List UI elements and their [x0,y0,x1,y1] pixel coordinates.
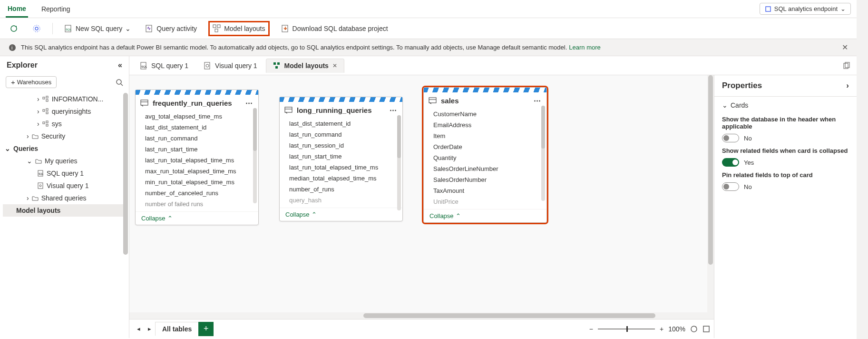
toggle-show-database[interactable]: No [722,134,849,142]
canvas-area: SQL SQL query 1 Visual query 1 Model lay… [129,56,857,338]
tree-item-sql-query-1[interactable]: SQLSQL query 1 [3,167,126,179]
field-item[interactable]: CustomerName [424,109,546,120]
chevron-right-icon: › [27,194,29,202]
endpoint-dropdown[interactable]: SQL analytics endpoint ⌄ [760,3,851,15]
top-tab-bar: Home Reporting SQL analytics endpoint ⌄ [0,0,857,18]
field-item[interactable]: Item [424,130,546,141]
reset-zoom-icon[interactable] [690,325,698,333]
add-layout-button[interactable]: + [198,322,214,336]
tree-item-shared-queries[interactable]: ›Shared queries [3,192,126,204]
field-item[interactable]: min_run_total_elapsed_time_ms [136,177,258,188]
tree-item-sys[interactable]: ›sys [3,118,126,130]
toggle-pill[interactable] [722,134,739,142]
toggle-pill[interactable] [722,182,739,191]
nav-right-icon[interactable]: ▸ [144,325,155,332]
field-item[interactable]: median_total_elapsed_time_ms [280,173,402,184]
field-item[interactable]: query_hash [280,195,402,206]
field-item[interactable]: avg_total_elapsed_time_ms [136,111,258,122]
svg-rect-21 [43,122,45,124]
card-scrollbar[interactable] [541,106,545,201]
field-item[interactable]: last_run_command [136,133,258,144]
card-scrollbar[interactable] [253,108,257,203]
zoom-out-icon[interactable]: − [589,325,593,333]
bottom-tab-all-tables[interactable]: All tables [155,322,199,336]
field-item[interactable]: UnitPrice [424,196,546,207]
toggle-pill[interactable] [722,158,739,167]
cards-section-header[interactable]: ⌄ Cards [722,101,849,111]
card-scrollbar[interactable] [397,115,401,210]
copy-icon[interactable] [842,62,850,70]
field-item[interactable]: last_run_session_id [280,140,402,151]
nav-left-icon[interactable]: ◂ [133,325,144,332]
field-item[interactable]: last_run_total_elapsed_time_ms [136,155,258,166]
collapse-button[interactable]: Collapse⌃ [280,208,402,221]
doc-tab-label: Visual query 1 [215,62,257,70]
query-activity-button[interactable]: Query activity [142,22,200,35]
zoom-in-icon[interactable]: + [660,325,663,333]
vertical-scrollbar[interactable] [707,75,714,312]
tree-item-information[interactable]: ›INFORMATION... [3,93,126,105]
doc-tab-visual-query-1[interactable]: Visual query 1 [197,59,263,72]
field-item[interactable]: number_of_runs [280,184,402,195]
zoom-slider[interactable] [598,329,655,329]
toggle-pin-related[interactable]: No [722,182,849,191]
model-canvas[interactable]: frequently_run_queries ⋯ avg_total_elaps… [129,75,714,338]
field-item[interactable]: number of failed runs [136,199,258,209]
close-icon[interactable]: ✕ [842,43,848,52]
field-item[interactable]: number_of_canceled_runs [136,188,258,199]
card-menu-icon[interactable]: ⋯ [534,96,542,105]
field-item[interactable]: SalesOrderLineNumber [424,163,546,174]
settings-button[interactable] [29,22,44,35]
doc-tab-sql-query-1[interactable]: SQL SQL query 1 [133,59,195,72]
refresh-button[interactable] [7,22,21,35]
explorer-sub: + Warehouses [0,74,129,93]
field-item[interactable]: EmailAddress [424,120,546,130]
close-tab-icon[interactable]: ✕ [332,62,337,69]
expand-properties-icon[interactable]: › [846,81,849,90]
learn-more-link[interactable]: Learn more [569,44,600,51]
warehouses-button[interactable]: + Warehouses [6,76,57,88]
scrollbar-thumb[interactable] [123,93,128,255]
field-item[interactable]: last_run_command [280,129,402,140]
field-item[interactable]: Quantity [424,152,546,163]
tree-item-my-queries[interactable]: ⌄My queries [3,155,126,167]
doc-tab-model-layouts[interactable]: Model layouts ✕ [266,59,344,73]
tree-item-security[interactable]: ›Security [3,130,126,142]
field-item[interactable]: OrderDate [424,141,546,152]
explorer-header: Explorer « [0,56,129,74]
model-layouts-button[interactable]: Model layouts [208,21,269,36]
field-item[interactable]: last_run_start_time [280,151,402,162]
collapse-explorer-icon[interactable]: « [118,61,122,70]
field-item[interactable]: last_dist_statement_id [136,122,258,133]
collapse-button[interactable]: Collapse⌃ [136,211,258,225]
table-card-sales[interactable]: sales ⋯ CustomerName EmailAddress Item O… [423,87,547,223]
table-card-long-running-queries[interactable]: long_running_queries ⋯ last_dist_stateme… [279,97,403,221]
fit-to-screen-icon[interactable] [702,325,710,333]
tab-home[interactable]: Home [6,1,28,18]
tree-label: INFORMATION... [52,95,104,103]
field-item[interactable]: last_run_total_elapsed_time_ms [280,162,402,173]
toggle-show-related[interactable]: Yes [722,158,849,167]
tree-item-queries[interactable]: ⌄Queries [3,142,126,155]
field-item[interactable]: max_run_total_elapsed_time_ms [136,166,258,177]
svg-rect-26 [38,183,43,189]
tree-item-visual-query-1[interactable]: Visual query 1 [3,179,126,192]
new-sql-query-button[interactable]: SQL New SQL query ⌄ [61,22,134,35]
download-project-button[interactable]: Download SQL database project [278,22,391,35]
field-item[interactable]: TaxAmount [424,185,546,196]
tree-item-queryinsights[interactable]: ›queryinsights [3,105,126,118]
search-icon[interactable] [116,79,123,86]
table-card-frequently-run-queries[interactable]: frequently_run_queries ⋯ avg_total_elaps… [135,90,259,225]
card-menu-icon[interactable]: ⋯ [390,106,398,114]
field-item[interactable]: SalesOrderNumber [424,174,546,185]
svg-rect-0 [766,7,770,11]
horizontal-scrollbar[interactable] [129,312,714,319]
field-item[interactable]: last_dist_statement_id [280,118,402,129]
tree-item-model-layouts[interactable]: Model layouts [3,204,126,217]
collapse-button[interactable]: Collapse⌃ [424,209,546,222]
properties-title: Properties [722,81,762,90]
card-menu-icon[interactable]: ⋯ [245,99,254,107]
field-item[interactable]: last_run_start_time [136,144,258,155]
card-title: long_running_queries [297,106,372,114]
tab-reporting[interactable]: Reporting [39,1,72,17]
